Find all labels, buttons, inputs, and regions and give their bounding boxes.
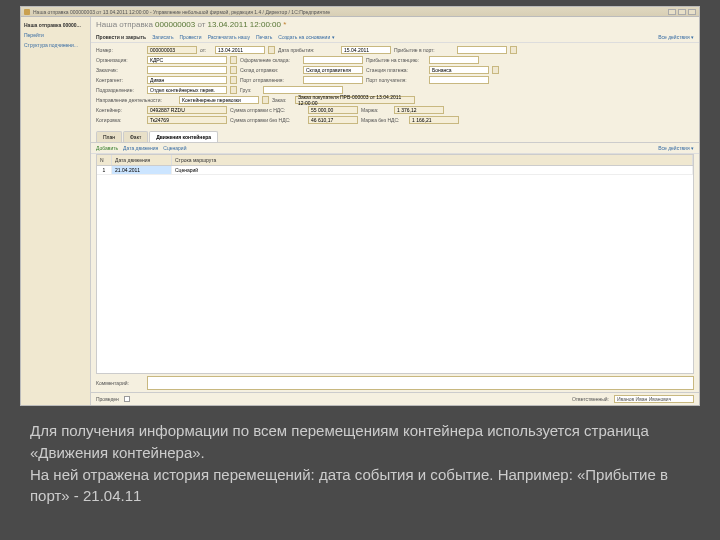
station-arrival-label: Прибытие на станцию: [366, 57, 426, 63]
doc-title: Наша отправка 000000003 от 13.04.2011 12… [91, 17, 699, 32]
number-field[interactable]: 000000003 [147, 46, 197, 54]
select-icon[interactable] [230, 76, 237, 84]
select-icon[interactable] [230, 56, 237, 64]
order-label: Заказ: [272, 97, 292, 103]
division-field[interactable]: Отдел контейнерных перев. [147, 86, 227, 94]
select-icon[interactable] [262, 96, 269, 104]
calendar-icon[interactable] [268, 46, 275, 54]
caption-line2: На ней отражена история перемещений: дат… [30, 464, 690, 508]
done-checkbox[interactable] [124, 396, 130, 402]
warehouse-label: Оформление склада: [240, 57, 300, 63]
done-label: Проведен [96, 396, 119, 402]
run-close-button[interactable]: Провести и закрыть [96, 34, 146, 40]
app-icon [24, 9, 30, 15]
doc-title-prefix: Наша отправка [96, 20, 153, 29]
sidebar-item-doc[interactable]: Наша отправка 00000... [24, 20, 87, 30]
counterparty-field[interactable]: Диван [147, 76, 227, 84]
add-button[interactable]: Добавить [96, 145, 118, 151]
recipient-port-field[interactable] [429, 76, 489, 84]
station-arrival-field[interactable] [429, 56, 479, 64]
modified-star: * [283, 20, 286, 29]
app-window: Наша отправка 000000003 от 13.04.2011 12… [20, 6, 700, 406]
doc-number: 000000003 [155, 20, 195, 29]
grid-header: N Дата движения Строка маршрута [97, 155, 693, 166]
select-icon[interactable] [510, 46, 517, 54]
sidebar: Наша отправка 00000... Перейти Структура… [21, 17, 91, 405]
create-on-button[interactable]: Создать на основании ▾ [278, 34, 334, 40]
cell-n: 1 [97, 166, 112, 174]
maximize-button[interactable] [678, 9, 686, 15]
payment-station-label: Станция платежа: [366, 67, 426, 73]
port-arrival-label: Прибытие в порт: [394, 47, 454, 53]
margin-novat-label: Маржа без НДС: [361, 117, 406, 123]
sidebar-item-goto[interactable]: Перейти [24, 30, 87, 40]
cell-date[interactable]: 21.04.2011 [112, 166, 172, 174]
activity-label: Направление деятельности: [96, 97, 176, 103]
tab-moves[interactable]: Движения контейнера [149, 131, 218, 142]
arrival-date-label: Дата прибытия: [278, 47, 338, 53]
container-field[interactable]: 0492887 RZDU [147, 106, 227, 114]
col-route[interactable]: Строка маршрута [172, 155, 693, 165]
window-buttons [668, 9, 696, 15]
table-row[interactable]: 1 21.04.2011 Сценарий [97, 166, 693, 175]
date-event-button[interactable]: Дата движения [123, 145, 158, 151]
print-button[interactable]: Печать [256, 34, 272, 40]
save-button[interactable]: Записать [152, 34, 173, 40]
select-icon[interactable] [230, 86, 237, 94]
org-label: Организация: [96, 57, 144, 63]
form-area: Номер: 000000003 от: 13.04.2011 Дата при… [91, 43, 699, 129]
tab-fact[interactable]: Факт [123, 131, 148, 142]
org-field[interactable]: КДРС [147, 56, 227, 64]
cargo-label: Груз: [240, 87, 260, 93]
col-date[interactable]: Дата движения [112, 155, 172, 165]
sum-novat-label: Сумма отправки без НДС: [230, 117, 305, 123]
sum-vat-field: 55 000,00 [308, 106, 358, 114]
comment-field[interactable] [147, 376, 694, 390]
responsible-label: Ответственный: [572, 396, 609, 402]
sidebar-item-structure[interactable]: Структура подчинени... [24, 40, 87, 50]
sender-port-field[interactable] [303, 76, 363, 84]
recipient-port-label: Порт получателя: [366, 77, 426, 83]
titlebar: Наша отправка 000000003 от 13.04.2011 12… [21, 7, 699, 17]
tab-toolbar: Добавить Дата движения Сценарий Все дейс… [91, 143, 699, 154]
tab-plan[interactable]: План [96, 131, 122, 142]
warehouse-field[interactable] [303, 56, 363, 64]
arrival-date-field[interactable]: 15.04.2011 [341, 46, 391, 54]
container-label: Контейнер: [96, 107, 144, 113]
margin-label: Маржа: [361, 107, 391, 113]
port-arrival-field[interactable] [457, 46, 507, 54]
customer-label: Заказчик: [96, 67, 144, 73]
print-my-button[interactable]: Распечатать нашу [208, 34, 250, 40]
payment-station-field[interactable]: Бонанса [429, 66, 489, 74]
select-icon[interactable] [230, 66, 237, 74]
content: Наша отправка 00000... Перейти Структура… [21, 17, 699, 405]
minimize-button[interactable] [668, 9, 676, 15]
responsible-field[interactable]: Иванов Иван Иванович [614, 395, 694, 403]
customer-field[interactable] [147, 66, 227, 74]
all-actions-button[interactable]: Все действия ▾ [658, 34, 694, 40]
col-n[interactable]: N [97, 155, 112, 165]
sum-vat-label: Сумма отправки с НДС: [230, 107, 305, 113]
select-icon[interactable] [492, 66, 499, 74]
scenario-button[interactable]: Сценарий [163, 145, 186, 151]
run-button[interactable]: Провести [180, 34, 202, 40]
window-title: Наша отправка 000000003 от 13.04.2011 12… [33, 9, 668, 15]
quote-field[interactable]: Тк24769 [147, 116, 227, 124]
doc-date: 13.04.2011 12:00:00 [208, 20, 281, 29]
comment-row: Комментарий: [91, 374, 699, 392]
doc-from: от [197, 20, 205, 29]
from-field[interactable]: 13.04.2011 [215, 46, 265, 54]
activity-field[interactable]: Контейнерные перевозки [179, 96, 259, 104]
margin-field: 1 376,12 [394, 106, 444, 114]
grid-all-actions[interactable]: Все действия ▾ [658, 145, 694, 151]
caption-line1: Для получения информации по всем перемещ… [30, 420, 690, 464]
slide-caption: Для получения информации по всем перемещ… [0, 406, 720, 521]
tabs: План Факт Движения контейнера [91, 129, 699, 143]
order-field[interactable]: Заказ покупателя ПРВ-000003 от 13.04.201… [295, 96, 415, 104]
sender-warehouse-field[interactable]: Склад отправителя [303, 66, 363, 74]
cargo-field[interactable] [263, 86, 343, 94]
comment-label: Комментарий: [96, 380, 144, 386]
toolbar: Провести и закрыть Записать Провести Рас… [91, 32, 699, 43]
close-button[interactable] [688, 9, 696, 15]
cell-route: Сценарий [172, 166, 693, 174]
